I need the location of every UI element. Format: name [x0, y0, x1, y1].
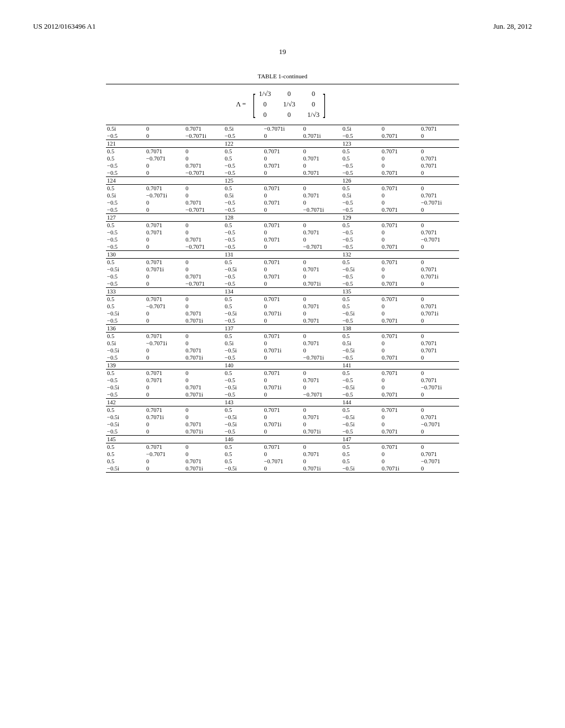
- table-cell: −0.5: [106, 206, 145, 214]
- table-row: 0.5−0.707100.500.70710.500.7071: [106, 451, 459, 458]
- table-cell: −0.5: [106, 132, 145, 140]
- table-cell: 0.5: [342, 370, 381, 377]
- table-cell: 0: [145, 132, 184, 140]
- table-cell: −0.5: [342, 162, 381, 169]
- table-cell: 0: [381, 451, 420, 458]
- table-row: 0.5−0.707100.500.70710.500.7071: [106, 155, 459, 162]
- table-row: 0.500.70710.5−0.707100.50−0.7071: [106, 458, 459, 465]
- table-cell: 0.7071: [302, 317, 342, 325]
- index-row: 121122123: [106, 140, 459, 148]
- table-cell: 0: [420, 185, 459, 192]
- table-cell: 0: [263, 451, 302, 458]
- table-row: −0.50.70710−0.500.7071−0.500.7071: [106, 229, 459, 236]
- index-cell: 140: [223, 362, 341, 370]
- table-cell: −0.5: [223, 280, 263, 288]
- table-cell: 0.7071i: [184, 465, 223, 473]
- table-cell: 0: [302, 185, 342, 192]
- index-row: 139140141: [106, 362, 459, 370]
- table-cell: 0: [381, 162, 420, 169]
- table-row: 0.50.707100.50.707100.50.70710: [106, 296, 459, 303]
- table-cell: 0: [145, 206, 184, 214]
- table-cell: 0.5: [106, 296, 145, 303]
- table-cell: 0: [145, 354, 184, 362]
- table-cell: 0.7071: [145, 377, 184, 384]
- table-row: 0.50.707100.50.707100.50.70710: [106, 148, 459, 156]
- table-row: −0.500.7071−0.50.70710−0.500.7071: [106, 162, 459, 169]
- table-cell: 0: [263, 132, 302, 140]
- table-cell: 0.5: [106, 148, 145, 156]
- table-cell: 0: [420, 280, 459, 288]
- table-cell: −0.5i: [223, 465, 263, 473]
- table-cell: −0.5i: [223, 310, 263, 317]
- table-cell: −0.5: [106, 199, 145, 206]
- table-cell: 0: [381, 347, 420, 354]
- table-cell: −0.7071i: [302, 354, 342, 362]
- table-cell: −0.5: [342, 428, 381, 436]
- table-cell: 0: [381, 155, 420, 162]
- table-row: −0.500.7071i−0.500.7071−0.50.70710: [106, 317, 459, 325]
- index-row: 145146147: [106, 436, 459, 443]
- table-cell: 0: [381, 458, 420, 465]
- matrix-cell: 0: [283, 111, 295, 119]
- table-cell: 0.7071i: [263, 421, 302, 428]
- table-cell: 0: [263, 169, 302, 177]
- table-cell: −0.5: [223, 377, 263, 384]
- table-cell: 0.5i: [106, 125, 145, 132]
- matrix-cell: 0: [283, 90, 295, 98]
- table-cell: 0.5: [223, 155, 263, 162]
- table-cell: 0.7071: [381, 317, 420, 325]
- table-row: −0.5i0.7071i0−0.5i00.7071−0.5i00.7071: [106, 266, 459, 273]
- table-cell: 0.7071: [302, 192, 342, 199]
- table-cell: 0: [381, 384, 420, 391]
- table-cell: 0: [263, 414, 302, 421]
- table-cell: −0.5: [106, 243, 145, 251]
- table-cell: 0: [184, 296, 223, 303]
- table-cell: 0.5: [342, 333, 381, 340]
- table-cell: 0.7071: [145, 296, 184, 303]
- table-cell: 0.7071i: [263, 347, 302, 354]
- table-cell: 0.5: [106, 406, 145, 414]
- table-cell: 0.7071: [420, 229, 459, 236]
- table-cell: 0.7071: [302, 340, 342, 347]
- table-cell: −0.7071i: [145, 340, 184, 347]
- table-cell: −0.5: [106, 317, 145, 325]
- table-cell: 0.5: [106, 155, 145, 162]
- table-cell: 0.7071: [263, 199, 302, 206]
- table-cell: −0.7071: [184, 169, 223, 177]
- table-cell: −0.5: [342, 273, 381, 280]
- table-cell: 0.5: [106, 333, 145, 340]
- table-cell: 0: [263, 465, 302, 473]
- table-cell: 0.7071: [420, 340, 459, 347]
- index-cell: 123: [342, 140, 459, 148]
- table-cell: 0: [381, 199, 420, 206]
- table-cell: 0: [145, 125, 184, 132]
- table-cell: 0.7071: [381, 132, 420, 140]
- table-cell: 0: [184, 259, 223, 266]
- table-cell: 0.5: [342, 406, 381, 414]
- table-cell: −0.5i: [342, 465, 381, 473]
- table-cell: 0: [145, 421, 184, 428]
- table-row: −0.500.7071−0.50.70710−0.50−0.7071i: [106, 199, 459, 206]
- index-cell: 146: [223, 436, 341, 443]
- table-row: −0.5i00.7071−0.5i0.7071i0−0.5i0−0.7071i: [106, 384, 459, 391]
- table-cell: 0.7071: [184, 310, 223, 317]
- table-cell: −0.5i: [223, 421, 263, 428]
- table-cell: 0.7071i: [184, 354, 223, 362]
- table-cell: 0.5i: [223, 125, 263, 132]
- index-row: 127128129: [106, 214, 459, 222]
- table-cell: 0.7071: [145, 148, 184, 156]
- table-cell: 0.5i: [342, 340, 381, 347]
- table-cell: 0.7071: [381, 259, 420, 266]
- table-cell: 0: [302, 347, 342, 354]
- table-cell: 0: [381, 273, 420, 280]
- table-row: −0.5i0.7071i0−0.5i00.7071−0.5i00.7071: [106, 414, 459, 421]
- table-cell: 0: [420, 243, 459, 251]
- table-cell: 0.5: [106, 443, 145, 451]
- table-cell: 0: [184, 185, 223, 192]
- table-cell: −0.7071: [145, 451, 184, 458]
- table-cell: 0.7071: [381, 391, 420, 399]
- table-cell: 0.7071i: [145, 414, 184, 421]
- table-cell: −0.7071: [302, 391, 342, 399]
- table-cell: 0: [263, 155, 302, 162]
- table-cell: 0.7071: [145, 259, 184, 266]
